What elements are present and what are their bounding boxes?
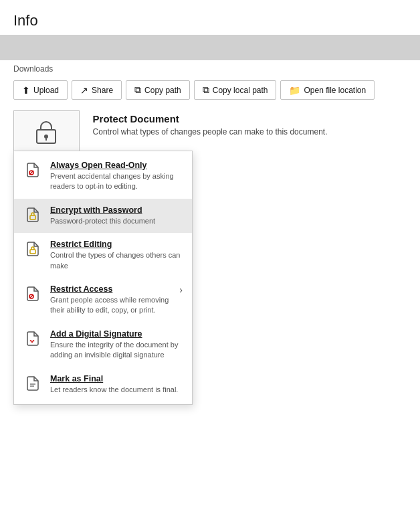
open-location-icon: 📁: [289, 85, 300, 96]
upload-button[interactable]: ⬆ Upload: [13, 80, 68, 100]
restrict-access-arrow: ›: [179, 284, 183, 295]
digital-signature-text: Add a Digital Signature Ensure the integ…: [50, 329, 183, 361]
copy-path-icon: ⧉: [134, 84, 141, 96]
svg-point-1: [44, 135, 48, 139]
always-open-icon: [23, 161, 42, 178]
restrict-access-icon: [23, 284, 42, 302]
menu-item-restrict-editing[interactable]: Restrict Editing Control the types of ch…: [14, 233, 192, 278]
copy-local-path-button[interactable]: ⧉ Copy local path: [194, 80, 277, 100]
encrypt-text: Encrypt with Password Password-protect t…: [50, 205, 183, 226]
protect-dropdown-menu: Always Open Read-Only Prevent accidental…: [13, 151, 193, 405]
share-button[interactable]: ↗ Share: [72, 80, 122, 100]
svg-line-8: [30, 295, 33, 298]
protect-description: Control what types of changes people can…: [93, 127, 328, 137]
always-open-text: Always Open Read-Only Prevent accidental…: [50, 161, 183, 192]
page-title: Info: [13, 12, 407, 29]
main-content: ProtectDocument ∨ Protect Document Contr…: [0, 110, 420, 183]
protect-title: Protect Document: [93, 113, 328, 124]
menu-item-always-open-read-only[interactable]: Always Open Read-Only Prevent accidental…: [14, 154, 192, 199]
mark-as-final-icon: [23, 374, 42, 391]
menu-item-restrict-access[interactable]: Restrict Access Grant people access whil…: [14, 278, 192, 323]
svg-rect-6: [30, 250, 35, 254]
menu-item-encrypt-password[interactable]: Encrypt with Password Password-protect t…: [14, 199, 192, 233]
toolbar: ⬆ Upload ↗ Share ⧉ Copy path ⧉ Copy loca…: [0, 78, 420, 110]
page-header: Info: [0, 0, 420, 35]
encrypt-icon: [23, 205, 42, 223]
upload-icon: ⬆: [22, 85, 30, 96]
copy-path-button[interactable]: ⧉ Copy path: [126, 80, 190, 100]
restrict-editing-text: Restrict Editing Control the types of ch…: [50, 240, 183, 271]
open-file-location-button[interactable]: 📁 Open file location: [280, 80, 375, 100]
svg-rect-5: [30, 215, 35, 219]
location-label: Downloads: [0, 63, 420, 78]
protect-icon: [35, 120, 57, 149]
restrict-editing-icon: [23, 240, 42, 257]
menu-item-mark-as-final[interactable]: Mark as Final Let readers know the docum…: [14, 367, 192, 402]
mark-as-final-text: Mark as Final Let readers know the docum…: [50, 374, 183, 395]
restrict-access-text: Restrict Access Grant people access whil…: [50, 284, 171, 316]
copy-local-path-icon: ⧉: [203, 84, 209, 96]
protect-info: Protect Document Control what types of c…: [93, 110, 328, 137]
document-preview-bar: [0, 35, 420, 60]
digital-signature-icon: [23, 329, 42, 347]
share-icon: ↗: [80, 85, 88, 96]
menu-item-digital-signature[interactable]: Add a Digital Signature Ensure the integ…: [14, 323, 192, 367]
